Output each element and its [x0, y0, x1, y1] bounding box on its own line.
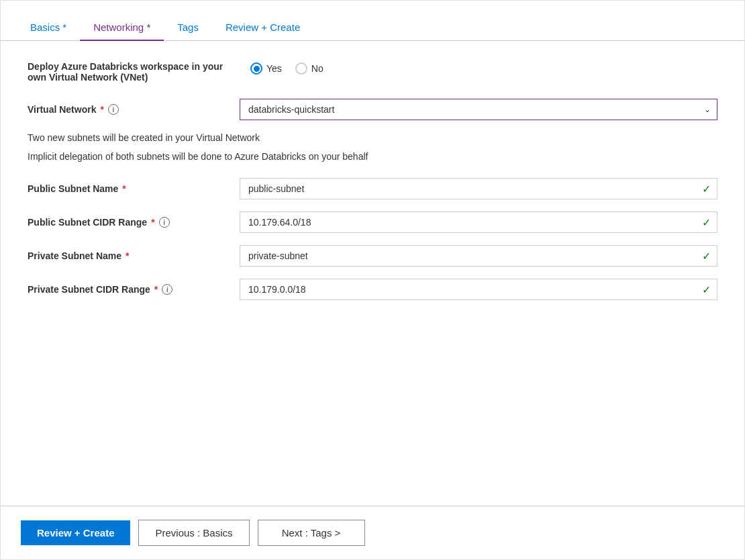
radio-yes-inner [254, 66, 260, 72]
tab-basics[interactable]: Basics * [17, 15, 80, 41]
virtual-network-dropdown-icon[interactable]: ⌄ [704, 105, 711, 114]
footer: Review + Create Previous : Basics Next :… [1, 506, 744, 559]
public-subnet-cidr-control: ✓ [240, 212, 717, 233]
private-subnet-cidr-check-icon: ✓ [702, 283, 711, 296]
virtual-network-input[interactable] [240, 99, 717, 120]
virtual-network-required: * [100, 104, 103, 115]
public-subnet-cidr-label: Public Subnet CIDR Range * i [28, 217, 229, 228]
private-subnet-cidr-input[interactable] [240, 279, 717, 300]
radio-no-circle[interactable] [295, 62, 307, 75]
virtual-network-label: Virtual Network * i [28, 104, 229, 115]
tab-bar: Basics * Networking * Tags Review + Crea… [1, 1, 744, 41]
info-text-1: Two new subnets will be created in your … [28, 132, 717, 143]
radio-yes-label: Yes [266, 63, 282, 74]
public-subnet-name-label: Public Subnet Name * [28, 183, 229, 194]
private-subnet-cidr-label: Private Subnet CIDR Range * i [28, 284, 229, 295]
radio-yes-circle[interactable] [250, 62, 262, 75]
private-subnet-name-check-icon: ✓ [702, 250, 711, 263]
public-subnet-name-check-icon: ✓ [702, 183, 711, 195]
private-subnet-name-label: Private Subnet Name * [28, 250, 229, 261]
tab-networking[interactable]: Networking * [80, 15, 164, 41]
public-subnet-name-control: ✓ [240, 178, 717, 199]
public-subnet-cidr-info-icon[interactable]: i [159, 217, 170, 228]
private-subnet-cidr-required: * [154, 284, 158, 295]
public-subnet-cidr-check-icon: ✓ [702, 216, 711, 229]
virtual-network-control: ⌄ [240, 99, 717, 120]
private-subnet-name-control: ✓ [240, 245, 717, 267]
main-content: Deploy Azure Databricks workspace in you… [1, 41, 744, 506]
previous-basics-button[interactable]: Previous : Basics [138, 520, 249, 546]
review-create-button[interactable]: Review + Create [21, 520, 130, 545]
virtual-network-info-icon[interactable]: i [108, 104, 119, 115]
radio-no-label: No [311, 63, 324, 74]
virtual-network-row: Virtual Network * i ⌄ [28, 99, 717, 120]
private-subnet-cidr-info-icon[interactable]: i [162, 284, 172, 295]
public-subnet-cidr-row: Public Subnet CIDR Range * i ✓ [28, 212, 717, 233]
next-tags-button[interactable]: Next : Tags > [258, 520, 365, 546]
public-subnet-cidr-input[interactable] [240, 212, 717, 233]
public-subnet-name-required: * [122, 183, 126, 194]
info-text-2: Implicit delegation of both subnets will… [28, 151, 717, 162]
deploy-vnet-label: Deploy Azure Databricks workspace in you… [28, 61, 229, 83]
private-subnet-name-required: * [126, 250, 129, 261]
public-subnet-name-input[interactable] [240, 178, 717, 199]
private-subnet-cidr-row: Private Subnet CIDR Range * i ✓ [28, 279, 717, 300]
private-subnet-name-input[interactable] [240, 245, 717, 267]
public-subnet-cidr-required: * [151, 217, 154, 228]
public-subnet-name-row: Public Subnet Name * ✓ [28, 178, 717, 199]
deploy-vnet-radio-group: Yes No [250, 62, 324, 75]
radio-no[interactable]: No [295, 62, 324, 75]
tab-review-create[interactable]: Review + Create [212, 15, 313, 41]
tab-tags[interactable]: Tags [164, 15, 212, 41]
radio-yes[interactable]: Yes [250, 62, 282, 75]
private-subnet-name-row: Private Subnet Name * ✓ [28, 245, 717, 267]
private-subnet-cidr-control: ✓ [240, 279, 717, 300]
deploy-vnet-row: Deploy Azure Databricks workspace in you… [28, 61, 717, 83]
